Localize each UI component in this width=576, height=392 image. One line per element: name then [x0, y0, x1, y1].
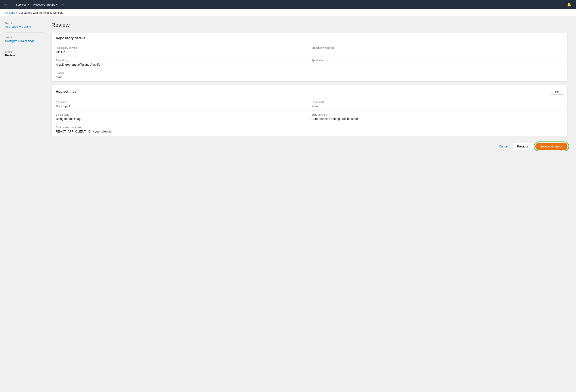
page-title: Review [51, 22, 567, 28]
build-settings-right: Build settings Auto-detected settings wi… [307, 113, 563, 121]
step1-label: Step 1 [5, 22, 44, 24]
app-settings-card: App settings Edit App name My Project Fr… [51, 85, 567, 136]
sidebar: Step 1 Add repository branch Step 2 Conf… [0, 17, 47, 391]
repo-service-left: Repository service GitHub [56, 46, 307, 54]
repo-value: AlexEntrepreneur/Testing-Amplify [56, 63, 307, 66]
main-container: Step 1 Add repository branch Step 2 Conf… [0, 17, 576, 391]
svg-marker-1 [4, 5, 11, 6]
step3-label: Step 3 [5, 51, 44, 53]
app-name-row: App name My Project Framework React [52, 98, 567, 111]
repository-card-title: Repository details [56, 36, 86, 40]
build-image-row: Build image Using default image Build se… [52, 111, 567, 123]
notification-bell[interactable]: 🔔 [566, 2, 573, 7]
repo-service-row: Repository service GitHub Branch environ… [52, 44, 567, 56]
save-deploy-wrapper: Save and deploy [535, 143, 567, 150]
top-navigation: aws Services Resource Groups ☆ 🔔 [0, 0, 576, 9]
branch-env-label: Branch environment [312, 46, 563, 49]
env-vars-label: Environment variables [56, 126, 307, 129]
step2-item: Step 2 Configure build settings [5, 36, 44, 43]
app-root-right: Application root [307, 59, 563, 66]
step1-item: Step 1 Add repository branch [5, 22, 44, 28]
services-chevron-icon [27, 4, 29, 5]
step1-link[interactable]: Add repository branch [5, 25, 32, 28]
cancel-button[interactable]: Cancel [497, 143, 511, 149]
repo-service-value: GitHub [56, 50, 307, 54]
framework-value: React [312, 105, 563, 108]
repo-left: Repository AlexEntrepreneur/Testing-Ampl… [56, 59, 307, 66]
branch-label: Branch [56, 72, 307, 75]
branch-left: Branch main [56, 72, 307, 79]
repo-label: Repository [56, 59, 307, 62]
branch-row: Branch main [52, 69, 567, 82]
breadcrumb-current: Get started with the Amplify Console [18, 11, 63, 14]
favorites-star[interactable]: ☆ [61, 2, 66, 7]
repo-row: Repository AlexEntrepreneur/Testing-Ampl… [52, 56, 567, 69]
app-root-label: Application root [312, 59, 563, 62]
app-settings-header: App settings Edit [52, 85, 567, 98]
env-vars-left: Environment variables REACT_APP_CLIENT_I… [56, 126, 307, 133]
repo-service-label: Repository service [56, 46, 307, 49]
bell-icon: 🔔 [567, 2, 571, 7]
app-name-value: My Project [56, 105, 307, 108]
resource-groups-menu[interactable]: Resource Groups [32, 2, 59, 7]
breadcrumb: All apps › Get started with the Amplify … [0, 9, 576, 17]
repository-details-card: Repository details Repository service Gi… [51, 33, 567, 82]
step2-link[interactable]: Configure build settings [5, 39, 34, 43]
app-name-left: App name My Project [56, 101, 307, 108]
build-settings-label: Build settings [312, 113, 563, 116]
content-area: Review Repository details Repository ser… [47, 17, 576, 391]
step2-label: Step 2 [5, 36, 44, 39]
breadcrumb-separator: › [16, 11, 17, 14]
framework-label: Framework [312, 101, 563, 104]
aws-logo[interactable]: aws [3, 1, 11, 8]
actions-bar: Cancel Previous Save and deploy [51, 139, 567, 150]
step1-divider [5, 32, 44, 33]
breadcrumb-all-apps[interactable]: All apps [5, 11, 15, 14]
repository-card-header: Repository details [52, 33, 567, 44]
resource-groups-chevron-icon [56, 4, 58, 5]
env-vars-value: REACT_APP_CLIENT_ID : <your client id> [56, 130, 307, 133]
step2-divider [5, 47, 44, 47]
edit-button[interactable]: Edit [551, 89, 563, 94]
build-image-left: Build image Using default image [56, 113, 307, 121]
build-image-label: Build image [56, 113, 307, 116]
previous-button[interactable]: Previous [513, 143, 533, 150]
env-vars-row: Environment variables REACT_APP_CLIENT_I… [52, 123, 567, 136]
step3-current: Review [5, 54, 15, 57]
svg-text:aws: aws [4, 4, 7, 6]
build-image-value: Using default image [56, 117, 307, 121]
app-name-label: App name [56, 101, 307, 104]
build-settings-value: Auto-detected settings will be used [312, 117, 563, 121]
branch-env-right: Branch environment [307, 46, 563, 54]
save-deploy-button[interactable]: Save and deploy [535, 143, 567, 150]
framework-right: Framework React [307, 101, 563, 108]
services-menu[interactable]: Services [15, 2, 30, 7]
branch-value: main [56, 75, 307, 79]
step3-item: Step 3 Review [5, 51, 44, 57]
app-settings-title: App settings [56, 90, 77, 94]
